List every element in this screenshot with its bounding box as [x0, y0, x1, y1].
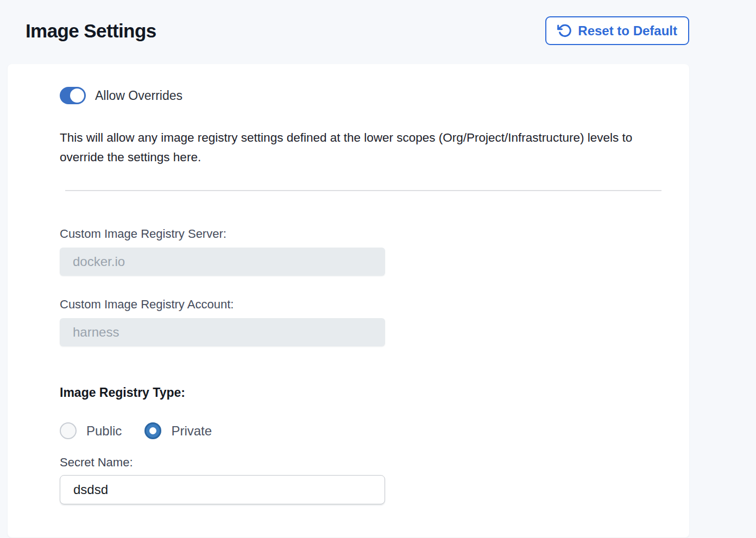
radio-option-private[interactable]: Private	[144, 422, 212, 439]
section-divider	[65, 190, 662, 191]
radio-option-public[interactable]: Public	[60, 422, 122, 439]
registry-server-label: Custom Image Registry Server:	[60, 227, 689, 240]
secret-name-label: Secret Name:	[60, 455, 689, 469]
registry-account-input[interactable]	[60, 318, 385, 346]
page-title: Image Settings	[26, 20, 156, 42]
secret-name-input[interactable]	[60, 475, 385, 504]
registry-type-label: Image Registry Type:	[60, 385, 689, 400]
toggle-knob	[70, 88, 84, 103]
secret-name-field: Secret Name:	[60, 455, 689, 504]
radio-circle-public[interactable]	[60, 422, 77, 439]
registry-server-field: Custom Image Registry Server:	[60, 227, 689, 276]
allow-overrides-label: Allow Overrides	[95, 88, 182, 103]
registry-type-radio-group: Public Private	[60, 422, 689, 439]
image-settings-card: Allow Overrides This will allow any imag…	[8, 64, 689, 537]
registry-account-field: Custom Image Registry Account:	[60, 298, 689, 346]
reset-button-label: Reset to Default	[578, 23, 677, 39]
radio-label-public: Public	[86, 423, 122, 439]
allow-overrides-toggle[interactable]	[60, 87, 86, 104]
allow-overrides-row: Allow Overrides	[60, 87, 689, 104]
registry-server-input[interactable]	[60, 248, 385, 276]
radio-circle-private[interactable]	[144, 422, 161, 439]
page-header: Image Settings Reset to Default	[0, 0, 756, 45]
reset-to-default-button[interactable]: Reset to Default	[545, 16, 689, 45]
registry-account-label: Custom Image Registry Account:	[60, 298, 689, 311]
overrides-description: This will allow any image registry setti…	[60, 128, 667, 167]
radio-label-private: Private	[171, 423, 212, 439]
rotate-ccw-icon	[557, 23, 572, 38]
